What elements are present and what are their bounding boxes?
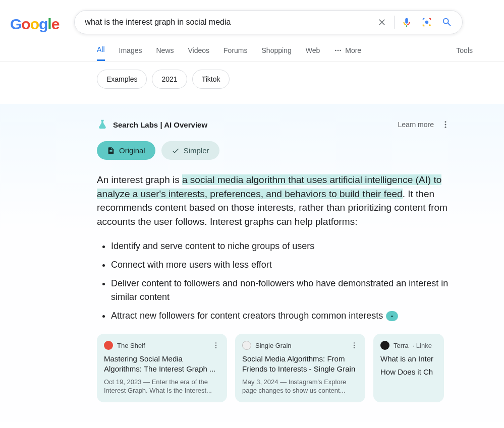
svg-point-6 bbox=[445, 124, 446, 126]
svg-point-1 bbox=[429, 24, 431, 26]
source-card[interactable]: The Shelf Mastering Social Media Algorit… bbox=[97, 334, 227, 402]
chip-2021[interactable]: 2021 bbox=[152, 70, 187, 89]
flask-icon bbox=[97, 119, 108, 130]
card-snippet: Oct 19, 2023 — Enter the era of the Inte… bbox=[104, 378, 220, 395]
tab-shopping[interactable]: Shopping bbox=[262, 46, 292, 60]
card-title: Mastering Social Media Algorithms: The I… bbox=[104, 354, 220, 375]
tab-news[interactable]: News bbox=[156, 46, 174, 60]
svg-point-0 bbox=[425, 21, 428, 24]
check-icon bbox=[172, 147, 180, 155]
source-card[interactable]: Terra · Linke What is an Inter How Does … bbox=[373, 334, 444, 402]
search-icon[interactable] bbox=[437, 17, 457, 28]
list-item: Connect with more users with less effort bbox=[111, 258, 450, 272]
favicon-icon bbox=[380, 341, 389, 350]
list-item: Deliver content to followers and non-fol… bbox=[111, 277, 450, 304]
clear-icon[interactable] bbox=[372, 17, 392, 27]
ai-overview-text: An interest graph is a social media algo… bbox=[97, 173, 450, 228]
tools-button[interactable]: Tools bbox=[456, 46, 473, 60]
tab-videos[interactable]: Videos bbox=[188, 46, 210, 60]
svg-point-13 bbox=[354, 347, 355, 348]
more-icon bbox=[334, 46, 342, 54]
favicon-icon bbox=[104, 341, 113, 350]
tab-images[interactable]: Images bbox=[119, 46, 142, 60]
source-name: Terra bbox=[394, 342, 409, 349]
svg-point-12 bbox=[354, 345, 355, 346]
svg-point-2 bbox=[335, 49, 337, 51]
tab-forums[interactable]: Forums bbox=[223, 46, 247, 60]
favicon-icon bbox=[242, 341, 251, 350]
svg-point-3 bbox=[338, 49, 339, 51]
ai-bullet-list: Identify and serve content to niche grou… bbox=[97, 239, 450, 323]
source-cards-row: The Shelf Mastering Social Media Algorit… bbox=[97, 334, 450, 402]
svg-point-4 bbox=[340, 49, 342, 51]
mode-original-button[interactable]: Original bbox=[97, 141, 155, 160]
divider bbox=[394, 16, 395, 29]
chip-tiktok[interactable]: Tiktok bbox=[192, 70, 230, 89]
tab-all[interactable]: All bbox=[97, 45, 105, 61]
svg-point-10 bbox=[215, 347, 216, 348]
chip-examples[interactable]: Examples bbox=[97, 70, 147, 89]
collapse-toggle[interactable] bbox=[386, 311, 398, 321]
tab-web[interactable]: Web bbox=[306, 46, 320, 60]
svg-point-9 bbox=[215, 345, 216, 346]
list-item: Identify and serve content to niche grou… bbox=[111, 239, 450, 253]
chevron-up-icon bbox=[389, 313, 395, 319]
source-extra: · Linke bbox=[413, 342, 432, 349]
learn-more-link[interactable]: Learn more bbox=[398, 120, 434, 129]
source-name: Single Grain bbox=[255, 342, 292, 349]
card-title: How Does it Ch bbox=[380, 367, 437, 377]
document-icon bbox=[107, 147, 115, 155]
mode-simpler-button[interactable]: Simpler bbox=[161, 141, 219, 160]
kebab-menu-icon[interactable] bbox=[441, 120, 450, 129]
tabs-row: All Images News Videos Forums Shopping W… bbox=[0, 34, 504, 62]
chips-row: Examples 2021 Tiktok bbox=[0, 62, 504, 89]
svg-point-7 bbox=[445, 127, 446, 128]
svg-point-11 bbox=[354, 342, 355, 343]
search-bar[interactable] bbox=[74, 10, 463, 34]
lens-icon[interactable] bbox=[417, 17, 437, 28]
source-card[interactable]: Single Grain Social Media Algorithms: Fr… bbox=[235, 334, 365, 402]
tab-more[interactable]: More bbox=[334, 46, 361, 60]
source-name: The Shelf bbox=[117, 342, 145, 349]
svg-point-5 bbox=[445, 121, 446, 123]
svg-point-8 bbox=[215, 342, 216, 343]
google-logo[interactable]: Google bbox=[10, 12, 59, 33]
ai-overview-title: Search Labs | AI Overview bbox=[97, 119, 207, 130]
search-input[interactable] bbox=[85, 18, 372, 27]
list-item: Attract new followers for content creato… bbox=[111, 309, 450, 323]
card-snippet: May 3, 2024 — Instagram's Explore page c… bbox=[242, 378, 358, 395]
kebab-menu-icon[interactable] bbox=[212, 341, 220, 349]
card-title: Social Media Algorithms: From Friends to… bbox=[242, 354, 358, 375]
voice-search-icon[interactable] bbox=[397, 17, 417, 28]
kebab-menu-icon[interactable] bbox=[350, 341, 358, 349]
ai-overview-section: Search Labs | AI Overview Learn more Ori… bbox=[0, 104, 504, 422]
card-title: What is an Inter bbox=[380, 354, 437, 364]
